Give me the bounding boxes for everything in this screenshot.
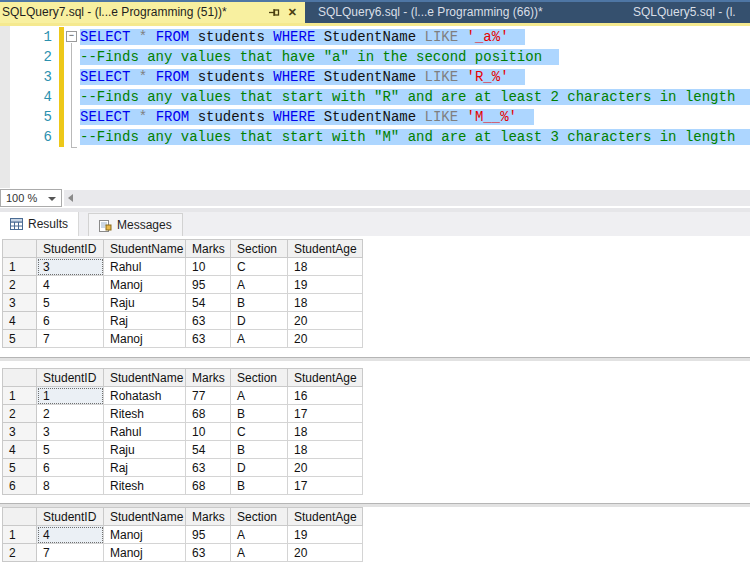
grid-cell[interactable]: Rohatash	[104, 387, 186, 405]
grid-cell[interactable]: 5	[37, 441, 104, 459]
grid-cell[interactable]: 18	[288, 258, 363, 276]
grid-cell[interactable]: Manoj	[104, 330, 186, 348]
pin-icon[interactable]	[269, 7, 280, 18]
code-line-1[interactable]: 1SELECT * FROM students WHERE StudentNam…	[0, 27, 750, 47]
grid-cell[interactable]: 18	[288, 441, 363, 459]
grid-cell[interactable]: Rahul	[104, 423, 186, 441]
grid-cell[interactable]: Rahul	[104, 258, 186, 276]
row-header[interactable]: 3	[3, 423, 37, 441]
grid-cell[interactable]: 20	[288, 330, 363, 348]
grid-cell[interactable]: A	[231, 526, 288, 544]
grid-cell[interactable]: 63	[186, 459, 231, 477]
grid-cell[interactable]: Raj	[104, 459, 186, 477]
grid-cell[interactable]: 68	[186, 405, 231, 423]
grid-cell[interactable]: 4	[37, 276, 104, 294]
grid-cell[interactable]: 6	[37, 312, 104, 330]
editor-zoom-select[interactable]: 100 %	[0, 189, 62, 207]
grid-cell[interactable]: Raj	[104, 312, 186, 330]
grid-cell[interactable]: Manoj	[104, 544, 186, 562]
grid-cell[interactable]: 8	[37, 477, 104, 495]
row-header[interactable]: 1	[3, 258, 37, 276]
grid-cell[interactable]: Raju	[104, 294, 186, 312]
grid-splitter[interactable]	[0, 503, 750, 507]
row-header[interactable]: 6	[3, 477, 37, 495]
column-header-studentage[interactable]: StudentAge	[288, 240, 363, 258]
grid-cell[interactable]: A	[231, 330, 288, 348]
grid-cell[interactable]: Ritesh	[104, 405, 186, 423]
grid-cell[interactable]: 54	[186, 441, 231, 459]
grid-cell[interactable]: 63	[186, 312, 231, 330]
grid-cell[interactable]: 20	[288, 312, 363, 330]
document-tab-2[interactable]: SQLQuery6.sql - (l...e Programming (66))…	[318, 2, 543, 23]
grid-cell[interactable]: 95	[186, 526, 231, 544]
result-grid-2[interactable]: StudentIDStudentNameMarksSectionStudentA…	[2, 368, 363, 495]
close-icon[interactable]: ✕	[288, 7, 297, 18]
column-header-studentid[interactable]: StudentID	[37, 369, 104, 387]
grid-corner-cell[interactable]	[3, 240, 37, 258]
grid-cell[interactable]: A	[231, 544, 288, 562]
grid-cell[interactable]: 4	[37, 526, 104, 544]
row-header[interactable]: 3	[3, 294, 37, 312]
column-header-marks[interactable]: Marks	[186, 240, 231, 258]
code-line-4[interactable]: 4--Finds any values that start with "R" …	[0, 87, 750, 107]
grid-cell[interactable]: 17	[288, 477, 363, 495]
code-line-3[interactable]: 3SELECT * FROM students WHERE StudentNam…	[0, 67, 750, 87]
result-grid-1[interactable]: StudentIDStudentNameMarksSectionStudentA…	[2, 239, 363, 348]
row-header[interactable]: 4	[3, 312, 37, 330]
tab-results[interactable]: Results	[0, 212, 79, 236]
column-header-studentage[interactable]: StudentAge	[288, 369, 363, 387]
grid-cell[interactable]: B	[231, 477, 288, 495]
grid-cell[interactable]: Manoj	[104, 526, 186, 544]
column-header-marks[interactable]: Marks	[186, 369, 231, 387]
row-header[interactable]: 5	[3, 459, 37, 477]
row-header[interactable]: 5	[3, 330, 37, 348]
grid-corner-cell[interactable]	[3, 508, 37, 526]
grid-cell[interactable]: 19	[288, 276, 363, 294]
grid-cell[interactable]: 3	[37, 423, 104, 441]
row-header[interactable]: 1	[3, 526, 37, 544]
result-grid-3[interactable]: StudentIDStudentNameMarksSectionStudentA…	[2, 507, 363, 562]
grid-cell[interactable]: B	[231, 405, 288, 423]
grid-cell[interactable]: 10	[186, 258, 231, 276]
grid-cell[interactable]: 95	[186, 276, 231, 294]
grid-cell[interactable]: 5	[37, 294, 104, 312]
grid-cell[interactable]: 54	[186, 294, 231, 312]
grid-corner-cell[interactable]	[3, 369, 37, 387]
grid-cell[interactable]: Manoj	[104, 276, 186, 294]
grid-cell[interactable]: 18	[288, 423, 363, 441]
column-header-section[interactable]: Section	[231, 369, 288, 387]
column-header-studentid[interactable]: StudentID	[37, 508, 104, 526]
grid-cell[interactable]: 63	[186, 330, 231, 348]
document-tab-3[interactable]: SQLQuery5.sql - (l.	[633, 2, 736, 23]
row-header[interactable]: 2	[3, 276, 37, 294]
column-header-studentid[interactable]: StudentID	[37, 240, 104, 258]
code-line-5[interactable]: 5SELECT * FROM students WHERE StudentNam…	[0, 107, 750, 127]
column-header-section[interactable]: Section	[231, 240, 288, 258]
document-tab-1[interactable]: SQLQuery7.sql - (l...e Programming (51))…	[0, 2, 305, 23]
grid-cell[interactable]: B	[231, 294, 288, 312]
grid-cell[interactable]: 17	[288, 405, 363, 423]
code-line-2[interactable]: 2--Finds any values that have "a" in the…	[0, 47, 750, 67]
grid-cell[interactable]: 7	[37, 544, 104, 562]
grid-splitter[interactable]	[0, 357, 750, 361]
grid-cell[interactable]: 1	[37, 387, 104, 405]
column-header-studentname[interactable]: StudentName	[104, 369, 186, 387]
tab-messages[interactable]: Messages	[88, 213, 183, 236]
row-header[interactable]: 4	[3, 441, 37, 459]
row-header[interactable]: 1	[3, 387, 37, 405]
grid-cell[interactable]: 20	[288, 544, 363, 562]
grid-cell[interactable]: D	[231, 312, 288, 330]
column-header-section[interactable]: Section	[231, 508, 288, 526]
sql-editor[interactable]: 1SELECT * FROM students WHERE StudentNam…	[0, 26, 750, 188]
grid-cell[interactable]: 3	[37, 258, 104, 276]
row-header[interactable]: 2	[3, 544, 37, 562]
collapse-region-icon[interactable]: −	[66, 31, 77, 42]
grid-cell[interactable]: 18	[288, 294, 363, 312]
grid-cell[interactable]: Ritesh	[104, 477, 186, 495]
grid-cell[interactable]: 2	[37, 405, 104, 423]
column-header-studentname[interactable]: StudentName	[104, 508, 186, 526]
grid-cell[interactable]: A	[231, 387, 288, 405]
grid-cell[interactable]: Raju	[104, 441, 186, 459]
column-header-studentage[interactable]: StudentAge	[288, 508, 363, 526]
grid-cell[interactable]: A	[231, 276, 288, 294]
